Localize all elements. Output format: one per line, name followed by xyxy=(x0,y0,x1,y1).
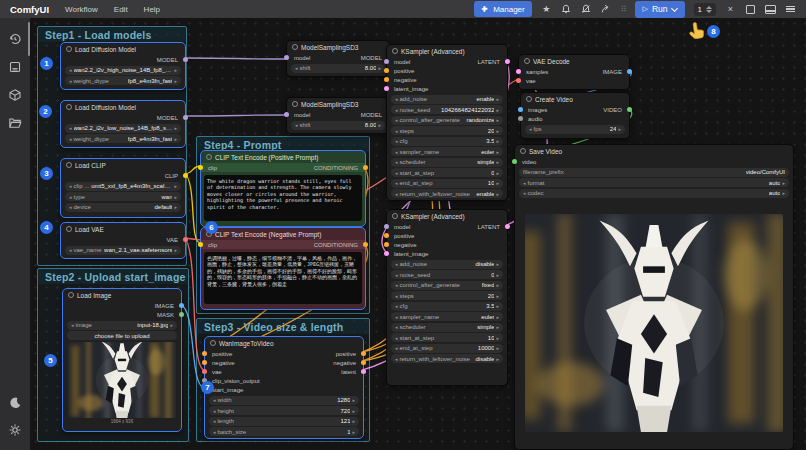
widget-filename-prefix[interactable]: filename_prefixvideo/ComfyUI xyxy=(519,168,789,177)
widget-sampler-name[interactable]: ◂sampler_nameeuler▸ xyxy=(391,147,503,156)
slot-mask-output[interactable] xyxy=(179,312,184,317)
node-header[interactable]: VAE Decode xyxy=(519,55,629,67)
widget-noise-seed[interactable]: ◂noise_seed0▸ xyxy=(391,270,503,279)
widget-control-after-generate[interactable]: ◂control_after_generatefixed▸ xyxy=(391,281,503,290)
widget-return-leftover-noise[interactable]: ◂return_with_leftover_noisedisable▸ xyxy=(391,354,503,363)
slot-model-input[interactable] xyxy=(284,55,289,60)
slot-clip-output[interactable] xyxy=(183,173,188,178)
widget-start-at-step[interactable]: ◂start_at_step10▸ xyxy=(391,333,503,342)
node-ksampler-advanced-1[interactable]: KSampler (Advanced) modelLATENT positive… xyxy=(386,44,508,201)
group-step3-title[interactable]: Step3 - Video size & length xyxy=(197,319,369,334)
widget-end-at-step[interactable]: ◂end_at_step10000▸ xyxy=(391,344,503,353)
slot-latent-image-input[interactable] xyxy=(384,86,389,91)
settings-icon[interactable] xyxy=(8,423,22,437)
widget-batch-size[interactable]: ◂batch_size1▸ xyxy=(209,427,359,436)
node-header[interactable]: CLIP Text Encode (Positive Prompt) xyxy=(201,151,365,163)
menu-help[interactable]: Help xyxy=(144,5,160,14)
widget-unet-name[interactable]: ◂wan2.2_i2v_high_noise_14B_fp8_scaled.sa… xyxy=(65,66,181,75)
slot-positive-input[interactable] xyxy=(384,233,389,238)
slot-video-input[interactable] xyxy=(512,159,517,164)
node-header[interactable]: Load Diffusion Model xyxy=(61,43,185,55)
collapse-icon[interactable] xyxy=(66,162,72,168)
widget-shift[interactable]: ◂shift8.00▸ xyxy=(291,121,385,130)
node-clip-text-encode-positive[interactable]: CLIP Text Encode (Positive Prompt) clipC… xyxy=(200,150,366,227)
node-header[interactable]: CLIP Text Encode (Negative Prompt) xyxy=(201,228,365,240)
bell-icon[interactable] xyxy=(561,4,572,15)
slot-vae-input[interactable] xyxy=(516,78,521,83)
widget-cfg[interactable]: ◂cfg3.5▸ xyxy=(391,137,503,146)
node-modelsampling-2[interactable]: ModelSamplingSD3 modelMODEL ◂shift8.00▸ xyxy=(286,97,390,134)
node-ksampler-advanced-2[interactable]: KSampler (Advanced) modelLATENT positive… xyxy=(386,209,508,386)
collapse-icon[interactable] xyxy=(292,44,298,50)
collapse-icon[interactable] xyxy=(392,48,398,54)
batch-count-stepper[interactable]: 1 xyxy=(694,3,716,16)
slot-image-output[interactable] xyxy=(627,69,632,74)
group-step2-title[interactable]: Step2 - Upload start_image xyxy=(38,269,188,284)
node-load-diffusion-model-2[interactable]: Load Diffusion Model MODEL ◂wan2.2_i2v_l… xyxy=(60,100,186,148)
slot-negative-input[interactable] xyxy=(202,360,207,365)
positive-prompt-text[interactable]: The white dragon warrior stands still, e… xyxy=(204,175,362,221)
slot-vae-input[interactable] xyxy=(202,369,207,374)
node-header[interactable]: KSampler (Advanced) xyxy=(387,45,507,57)
widget-height[interactable]: ◂height720▸ xyxy=(209,406,359,415)
slot-positive-output[interactable] xyxy=(361,351,366,356)
slot-image-output[interactable] xyxy=(179,303,184,308)
collapse-icon[interactable] xyxy=(520,148,526,154)
theme-toggle-icon[interactable] xyxy=(8,396,22,410)
node-header[interactable]: Load CLIP xyxy=(61,159,185,171)
widget-steps[interactable]: ◂steps20▸ xyxy=(391,126,503,135)
slot-negative-input[interactable] xyxy=(384,77,389,82)
widget-return-leftover-noise[interactable]: ◂return_with_leftover_noiseenable▸ xyxy=(391,189,503,198)
share-icon[interactable] xyxy=(601,4,612,15)
menu-edit[interactable]: Edit xyxy=(114,5,128,14)
slot-conditioning-output[interactable] xyxy=(363,165,368,170)
node-header[interactable]: Save Video xyxy=(515,145,793,157)
slot-audio-input[interactable] xyxy=(518,116,523,121)
manager-button[interactable]: Manager xyxy=(474,1,532,17)
group-step1-title[interactable]: Step1 - Load models xyxy=(38,27,186,42)
node-wan-image-to-video[interactable]: WanImageToVideo positivepositive negativ… xyxy=(204,336,364,439)
stepper-arrows[interactable] xyxy=(706,6,712,13)
widget-type[interactable]: ◂typewan▸ xyxy=(65,192,181,201)
slot-conditioning-output[interactable] xyxy=(363,242,368,247)
slot-model-output[interactable] xyxy=(183,115,188,120)
widget-format[interactable]: ◂formatauto▸ xyxy=(519,178,789,187)
node-header[interactable]: ModelSamplingSD3 xyxy=(287,41,389,53)
slot-clip-input[interactable] xyxy=(198,242,203,247)
model-library-icon[interactable] xyxy=(8,88,22,102)
collapse-icon[interactable] xyxy=(524,58,530,64)
slot-positive-input[interactable] xyxy=(202,351,207,356)
collapse-icon[interactable] xyxy=(66,104,72,110)
node-vae-decode[interactable]: VAE Decode samplesIMAGE vae xyxy=(518,54,630,90)
node-load-image[interactable]: Load Image IMAGE MASK ◂imageinput-18.jpg… xyxy=(62,288,182,432)
slot-video-output[interactable] xyxy=(627,107,632,112)
node-header[interactable]: ModelSamplingSD3 xyxy=(287,98,389,110)
node-modelsampling-1[interactable]: ModelSamplingSD3 modelMODEL ◂shift8.00▸ xyxy=(286,40,390,77)
square-icon[interactable] xyxy=(745,4,756,15)
widget-scheduler[interactable]: ◂schedulersimple▸ xyxy=(391,323,503,332)
panel-icon[interactable] xyxy=(765,4,776,15)
bell-slash-icon[interactable] xyxy=(581,4,592,15)
node-header[interactable]: WanImageToVideo xyxy=(205,337,363,349)
widget-scheduler[interactable]: ◂schedulersimple▸ xyxy=(391,158,503,167)
collapse-icon[interactable] xyxy=(68,292,74,298)
collapse-icon[interactable] xyxy=(66,226,72,232)
node-create-video[interactable]: Create Video imagesVIDEO audio ◂fps24▸ xyxy=(520,92,630,139)
slot-latent-image-input[interactable] xyxy=(384,251,389,256)
slot-images-input[interactable] xyxy=(518,107,523,112)
drag-handle[interactable]: ⠿ xyxy=(621,5,626,14)
widget-sampler-name[interactable]: ◂sampler_nameeuler▸ xyxy=(391,312,503,321)
collapse-icon[interactable] xyxy=(292,101,298,107)
slot-latent-output[interactable] xyxy=(505,224,510,229)
collapse-icon[interactable] xyxy=(206,154,212,160)
collapse-icon[interactable] xyxy=(210,340,216,346)
slot-vae-output[interactable] xyxy=(183,237,188,242)
widget-add-noise[interactable]: ◂add_noiseenable▸ xyxy=(391,95,503,104)
upload-button[interactable]: choose file to upload xyxy=(67,331,177,340)
node-header[interactable]: KSampler (Advanced) xyxy=(387,210,507,222)
node-save-video[interactable]: Save Video video filename_prefixvideo/Co… xyxy=(514,144,794,450)
widget-start-at-step[interactable]: ◂start_at_step0▸ xyxy=(391,168,503,177)
widget-end-at-step[interactable]: ◂end_at_step10▸ xyxy=(391,179,503,188)
chevron-down-icon[interactable] xyxy=(671,4,678,11)
widget-codec[interactable]: ◂codecauto▸ xyxy=(519,189,789,198)
